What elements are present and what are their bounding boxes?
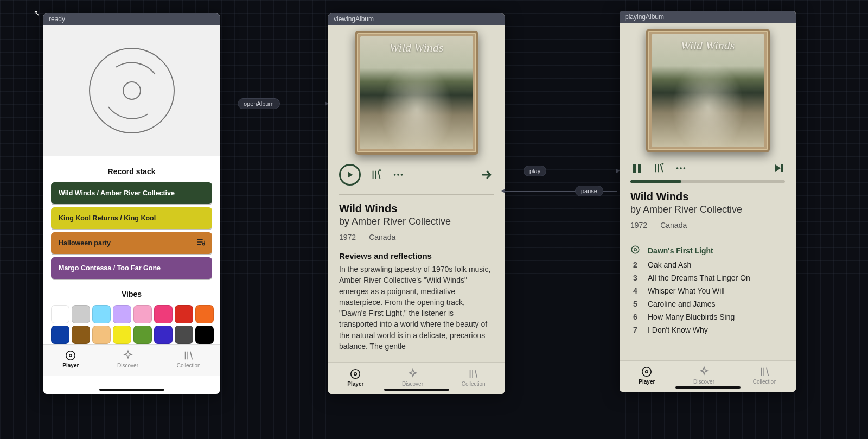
tab-collection[interactable]: Collection [177,349,201,368]
album-year: 1972 [630,221,647,230]
tracklist: Dawn's First Light2Oak and Ash3All the D… [620,239,796,336]
tab-player[interactable]: Player [347,368,363,387]
tab-player-label: Player [639,379,655,385]
svg-point-6 [397,174,399,176]
tab-discover[interactable]: Discover [117,349,138,368]
home-indicator [675,386,741,389]
tab-collection[interactable]: Collection [753,366,777,385]
track-number: 4 [630,287,640,295]
stack-item-wild-winds[interactable]: Wild Winds / Amber River Collective [51,182,212,204]
album-art: Wild Winds [328,25,505,156]
track-row[interactable]: 2Oak and Ash [630,258,785,271]
pause-button[interactable] [630,162,643,175]
svg-rect-11 [638,164,641,173]
progress-bar[interactable] [630,180,785,183]
state-title-viewing: viewingAlbum [328,13,505,25]
vibes-grid [43,305,220,344]
svg-point-17 [634,249,637,251]
cursor-decor-icon: ↖︎ [34,9,41,16]
player-controls [620,154,796,180]
album-art: Wild Winds [620,23,796,154]
track-number: 6 [630,313,640,321]
svg-point-7 [401,174,403,176]
album-meta: Wild Winds by Amber River Collective 197… [620,190,796,239]
vibe-swatch[interactable] [92,326,111,344]
state-title-ready: ready [43,13,220,25]
tab-collection[interactable]: Collection [462,368,486,387]
stack-item-label: King Kool Returns / King Kool [59,214,156,222]
vibe-swatch[interactable] [51,305,69,323]
stack-item-halloween[interactable]: Halloween party [51,232,212,254]
svg-rect-10 [633,164,636,173]
tab-collection-label: Collection [177,362,201,368]
stack-item-king-kool[interactable]: King Kool Returns / King Kool [51,207,212,229]
svg-point-14 [684,167,686,169]
more-button[interactable] [675,162,687,174]
vibe-swatch[interactable] [195,305,214,323]
edge-arrow-play [505,171,617,171]
svg-point-3 [66,351,75,360]
stack-item-label: Wild Winds / Amber River Collective [59,189,175,197]
album-byline: by Amber River Collective [339,216,494,227]
add-to-stack-button[interactable] [371,169,382,181]
reviews-heading: Reviews and reflections [328,251,505,264]
add-to-stack-button[interactable] [653,162,665,174]
state-title-playing: playingAlbum [620,11,796,23]
skip-forward-button[interactable] [772,162,785,175]
record-stack-list: Wild Winds / Amber River Collective King… [43,182,220,279]
album-country: Canada [660,221,687,230]
track-title: I Don't Know Why [648,326,708,334]
vibe-swatch[interactable] [113,326,131,344]
track-row[interactable]: Dawn's First Light [630,243,785,258]
track-row[interactable]: 5Caroline and James [630,297,785,310]
tab-player-label: Player [62,362,79,368]
edge-label-openAlbum[interactable]: openAlbum [238,98,280,109]
tab-player-label: Player [347,381,363,387]
vibe-swatch[interactable] [133,326,152,344]
album-byline: by Amber River Collective [630,204,785,215]
track-number: 2 [630,260,640,269]
vibe-swatch[interactable] [154,326,173,344]
album-title: Wild Winds [339,202,494,215]
album-country: Canada [369,233,395,241]
vibe-swatch[interactable] [154,305,173,323]
svg-point-4 [69,354,72,357]
vibe-swatch[interactable] [92,305,111,323]
record-icon [86,44,178,137]
tab-discover-label: Discover [402,381,423,387]
tab-player[interactable]: Player [639,366,655,385]
reviews-body: In the sprawling tapestry of 1970s folk … [328,264,505,352]
track-number [630,245,640,256]
home-indicator [384,389,449,391]
album-cover-title: Wild Winds [357,41,476,55]
edge-label-play[interactable]: play [524,166,546,176]
vibe-swatch[interactable] [133,305,152,323]
svg-point-13 [680,167,682,169]
track-row[interactable]: 6How Many Bluebirds Sing [630,310,785,323]
stack-item-margo[interactable]: Margo Contessa / Too Far Gone [51,257,212,279]
state-viewing-frame: viewingAlbum Wild Winds Wild [328,13,505,394]
vibe-swatch[interactable] [175,305,193,323]
track-row[interactable]: 4Whisper What You Will [630,284,785,297]
divider [339,194,494,195]
track-row[interactable]: 3All the Dreams That Linger On [630,271,785,284]
album-meta: Wild Winds by Amber River Collective 197… [328,202,505,251]
vibe-swatch[interactable] [175,326,193,344]
vibe-swatch[interactable] [113,305,131,323]
forward-button[interactable] [481,168,494,181]
tab-discover[interactable]: Discover [693,366,714,385]
svg-point-1 [123,82,141,99]
vibe-swatch[interactable] [195,326,214,344]
track-number: 7 [630,326,640,334]
edge-label-pause[interactable]: pause [575,186,603,196]
vibe-swatch[interactable] [72,305,90,323]
track-row[interactable]: 7I Don't Know Why [630,323,785,336]
tab-collection-label: Collection [753,379,777,385]
tab-player[interactable]: Player [62,349,79,368]
tab-discover[interactable]: Discover [402,368,423,387]
vibe-swatch[interactable] [51,326,69,344]
play-button[interactable] [339,164,361,186]
turntable-area [43,25,220,156]
vibe-swatch[interactable] [72,326,90,344]
more-button[interactable] [392,169,404,181]
